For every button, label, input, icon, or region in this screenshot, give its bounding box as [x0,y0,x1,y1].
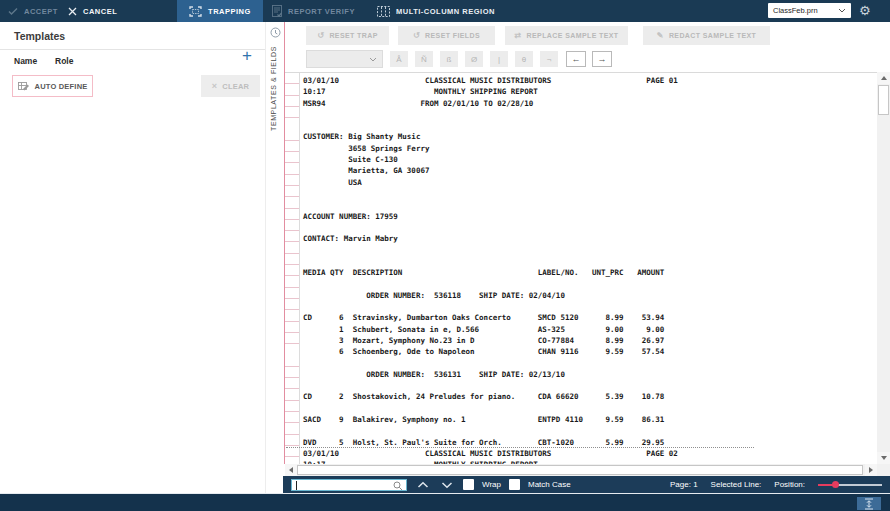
report-line[interactable]: CONTACT: Marvin Mabry [303,233,678,244]
report-line[interactable] [303,244,678,255]
search-box [291,479,407,491]
selected-line-label: Selected Line: [711,480,762,489]
report-line[interactable]: MEDIA QTY DESCRIPTION LABEL/NO. UNT_PRC … [303,267,678,278]
report-verify-icon [272,5,282,17]
report-line[interactable]: 6 Schoenberg, Ode to Napoleon CHAN 9116 … [303,346,678,357]
accept-button[interactable]: ACCEPT [8,0,58,22]
report-line[interactable]: 03/01/10 CLASSICAL MUSIC DISTRIBUTORS PA… [303,448,678,459]
settings-gear-icon[interactable]: ⚙ [859,2,871,20]
tab-trapping-label: TRAPPING [208,7,251,16]
match-case-checkbox[interactable] [509,479,520,490]
search-input[interactable] [298,480,390,490]
line-selection-gutter[interactable] [285,73,300,464]
report-line[interactable]: ORDER NUMBER: 536131 SHIP DATE: 02/13/10 [303,369,678,380]
reset-trap-button[interactable]: ↺ RESET TRAP [306,26,389,45]
row-height-button[interactable] [857,497,881,510]
report-line[interactable]: 03/01/10 CLASSICAL MUSIC DISTRIBUTORS PA… [303,75,678,86]
report-line[interactable]: CD 6 Stravinsky, Dumbarton Oaks Concerto… [303,312,678,323]
strip-label[interactable]: TEMPLATES & FIELDS [270,46,277,131]
report-line[interactable] [303,188,678,199]
pin-icon[interactable] [270,27,281,38]
page-indicator: Page: 1 [670,480,698,489]
report-line[interactable] [303,278,678,289]
line-nav-arrows: ← → [566,51,612,67]
horizontal-scrollbar[interactable] [285,464,877,476]
report-file-dropdown[interactable]: ClassFeb.prn [768,3,851,18]
scroll-down-button[interactable] [877,452,890,464]
triangle-left-icon [289,467,293,473]
report-text: 03/01/10 CLASSICAL MUSIC DISTRIBUTORS PA… [303,75,678,464]
wrap-checkbox[interactable] [463,479,474,490]
tab-trapping[interactable]: TRAPPING [177,0,263,22]
report-line[interactable]: ORDER NUMBER: 536118 SHIP DATE: 02/04/10 [303,290,678,301]
column-header-role: Role [55,56,73,66]
trapping-toolbar: ↺ RESET TRAP ↺ RESET FIELDS ⇄ REPLACE SA… [285,22,877,72]
auto-define-button[interactable]: AUTO DEFINE [12,75,93,97]
report-line[interactable] [303,109,678,120]
special-char-button[interactable]: ¬ [540,51,558,67]
position-slider[interactable] [818,480,882,489]
report-line[interactable]: ACCOUNT NUMBER: 17959 [303,211,678,222]
report-line[interactable] [303,199,678,210]
replace-sample-text-button[interactable]: ⇄ REPLACE SAMPLE TEXT [505,26,628,45]
report-line[interactable]: 3 Mozart, Symphony No.23 in D CO-77884 8… [303,335,678,346]
special-char-button[interactable]: | [490,51,508,67]
special-char-button[interactable]: ß [440,51,458,67]
report-line[interactable]: 1 Schubert, Sonata in e, D.566 AS-325 9.… [303,324,678,335]
scroll-right-button[interactable] [865,464,877,476]
report-line[interactable] [303,357,678,368]
tab-report-verify[interactable]: REPORT VERIFY [272,0,355,22]
report-line[interactable]: CUSTOMER: Big Shanty Music [303,131,678,142]
next-arrow-button[interactable]: → [592,51,612,67]
templates-fields-strip[interactable]: TEMPLATES & FIELDS [265,22,284,494]
report-line[interactable] [303,425,678,436]
add-template-button[interactable]: + [242,47,252,64]
accept-label: ACCEPT [24,7,58,16]
horizontal-scroll-thumb[interactable] [297,465,863,475]
report-file-name: ClassFeb.prn [773,6,818,15]
search-icon[interactable] [393,481,403,491]
prev-arrow-button[interactable]: ← [566,51,586,67]
reset-fields-button[interactable]: ↺ RESET FIELDS [398,26,495,45]
report-line[interactable] [303,403,678,414]
report-line[interactable]: 3658 Springs Ferry [303,143,678,154]
vertical-scrollbar[interactable] [877,72,890,464]
auto-define-icon [18,81,30,92]
divider [0,49,265,50]
report-line[interactable]: CD 2 Shostakovich, 24 Preludes for piano… [303,391,678,402]
status-info: Page: 1 Selected Line: Position: [670,480,882,489]
report-line[interactable] [303,120,678,131]
chevron-down-icon [441,481,453,489]
report-line[interactable]: SACD 9 Balakirev, Symphony no. 1 ENTPD 4… [303,414,678,425]
report-line[interactable] [303,301,678,312]
report-line[interactable] [303,380,678,391]
vertical-scroll-thumb[interactable] [878,85,889,115]
find-previous-button[interactable] [415,481,431,489]
report-line[interactable]: USA [303,177,678,188]
scroll-left-button[interactable] [285,464,297,476]
report-line[interactable] [303,222,678,233]
cancel-button[interactable]: CANCEL [68,0,117,22]
report-line[interactable]: Suite C-130 [303,154,678,165]
match-case-label[interactable]: Match Case [528,480,571,489]
clear-button[interactable]: × CLEAR [201,75,260,97]
tab-multi-column-region[interactable]: MULTI-COLUMN REGION [377,0,495,22]
replace-sample-text-label: REPLACE SAMPLE TEXT [527,32,619,39]
report-line[interactable] [303,256,678,267]
slider-thumb[interactable] [832,481,839,488]
clear-x-icon: × [212,81,217,91]
report-line[interactable]: MSR94 FROM 02/01/10 TO 02/28/10 [303,98,678,109]
special-char-button[interactable]: Ø [465,51,483,67]
reset-icon: ↺ [317,31,324,40]
special-char-button[interactable]: θ [515,51,533,67]
trap-character-dropdown[interactable] [306,50,383,68]
bottom-status-bar [0,493,890,511]
wrap-label[interactable]: Wrap [482,480,501,489]
scroll-up-button[interactable] [877,72,890,84]
find-next-button[interactable] [439,481,455,489]
report-line[interactable]: Marietta, GA 30067 [303,165,678,176]
report-line[interactable]: 10:17 MONTHLY SHIPPING REPORT [303,86,678,97]
redact-sample-text-button[interactable]: ✎ REDACT SAMPLE TEXT [643,26,770,45]
special-char-button[interactable]: Å [390,51,408,67]
special-char-button[interactable]: Ñ [415,51,433,67]
